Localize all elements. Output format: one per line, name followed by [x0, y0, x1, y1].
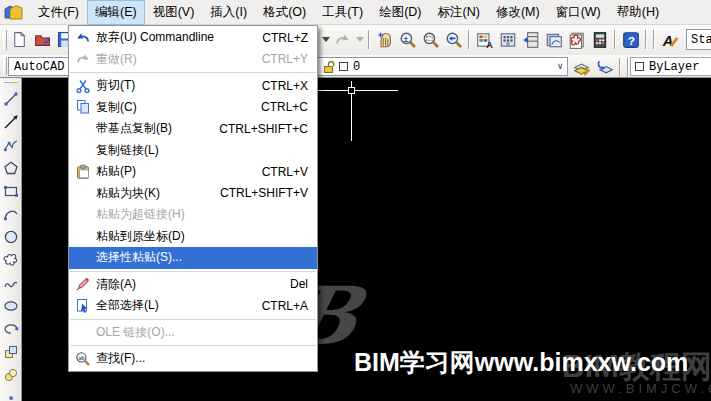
text-style-combo-value: Sta	[691, 33, 711, 47]
menu-separator	[70, 271, 316, 272]
menu-file[interactable]: 文件(F)	[30, 0, 87, 25]
quickcalc-icon[interactable]	[588, 28, 611, 51]
construction-line-icon[interactable]	[1, 110, 21, 133]
line-icon[interactable]	[1, 87, 21, 110]
copy-icon	[69, 99, 96, 115]
menu-item-label: 复制(C)	[96, 99, 261, 116]
select-all-icon	[69, 298, 96, 314]
toolbar-separator	[614, 30, 616, 49]
color-combo[interactable]: ByLayer	[630, 57, 711, 76]
crosshair-pickbox	[348, 87, 355, 94]
svg-text:±: ±	[403, 33, 408, 43]
menu-separator	[70, 72, 316, 73]
menu-help[interactable]: 帮助(H)	[609, 0, 667, 25]
menu-item-find[interactable]: ab 查找(F)...	[69, 348, 317, 370]
markup-set-manager-icon[interactable]	[565, 28, 588, 51]
menu-item-paste-as-hyperlink[interactable]: 粘贴为超链接(H)	[69, 204, 317, 226]
chevron-down-icon[interactable]: ∨	[554, 61, 567, 72]
properties-icon[interactable]: A	[473, 28, 496, 51]
zoom-realtime-icon[interactable]: ±	[396, 28, 419, 51]
layer-previous-icon[interactable]	[593, 56, 616, 79]
layer-combo[interactable]: 0 ∨	[300, 57, 568, 76]
find-icon: ab	[69, 351, 96, 367]
circle-icon[interactable]	[1, 225, 21, 248]
menu-item-undo[interactable]: 放弃(U) Commandline CTRL+Z	[69, 27, 317, 49]
menu-item-paste[interactable]: 粘贴(P) CTRL+V	[69, 161, 317, 183]
menu-item-shortcut: CTRL+A	[262, 299, 317, 313]
toolbar-grip[interactable]	[4, 81, 18, 83]
menu-item-copy-with-base-point[interactable]: 带基点复制(B) CTRL+SHIFT+C	[69, 118, 317, 140]
menu-item-shortcut: CTRL+V	[262, 165, 317, 179]
layer-color-swatch	[339, 62, 348, 71]
undo-dropdown-icon[interactable]	[320, 28, 331, 51]
layer-unlock-icon	[323, 60, 336, 74]
menu-draw[interactable]: 绘图(D)	[371, 0, 429, 25]
menu-format[interactable]: 格式(O)	[255, 0, 314, 25]
new-file-icon[interactable]	[8, 28, 31, 51]
revision-cloud-icon[interactable]	[1, 248, 21, 271]
menu-item-redo[interactable]: 重做(R) CTRL+Y	[69, 49, 317, 71]
sheetset-manager-icon[interactable]	[542, 28, 565, 51]
menu-bar: 文件(F) 编辑(E) 视图(V) 插入(I) 格式(O) 工具(T) 绘图(D…	[0, 0, 711, 25]
redo-dropdown-icon[interactable]	[354, 28, 365, 51]
menu-item-paste-as-block[interactable]: 粘贴为块(K) CTRL+SHIFT+V	[69, 183, 317, 205]
menu-item-label: 剪切(T)	[96, 77, 262, 94]
edit-dropdown-menu: 放弃(U) Commandline CTRL+Z 重做(R) CTRL+Y 剪切…	[68, 25, 318, 372]
zoom-window-icon[interactable]	[419, 28, 442, 51]
text-style-icon[interactable]: A	[658, 28, 681, 51]
ellipse-arc-icon[interactable]	[1, 317, 21, 340]
polygon-icon[interactable]	[1, 156, 21, 179]
zoom-previous-icon[interactable]	[442, 28, 465, 51]
svg-text:A: A	[486, 39, 493, 48]
menu-item-select-all[interactable]: 全部选择(L) CTRL+A	[69, 295, 317, 317]
menu-item-shortcut: CTRL+C	[261, 100, 317, 114]
svg-text:ab: ab	[78, 354, 84, 360]
arc-icon[interactable]	[1, 202, 21, 225]
app-icon	[4, 4, 24, 21]
menu-modify[interactable]: 修改(M)	[488, 0, 548, 25]
watermark-white-text: BIM学习网www.bimxxw.com	[354, 346, 688, 379]
open-file-icon[interactable]	[31, 28, 54, 51]
menu-tools[interactable]: 工具(T)	[314, 0, 371, 25]
redo-icon	[69, 51, 96, 67]
designcenter-icon[interactable]	[496, 28, 519, 51]
toolbar-grip[interactable]	[3, 30, 7, 50]
insert-block-icon[interactable]	[1, 340, 21, 363]
toolbar-grip[interactable]	[3, 57, 7, 75]
pan-icon[interactable]	[373, 28, 396, 51]
crosshair-horizontal	[318, 90, 398, 91]
color-combo-value: ByLayer	[649, 60, 699, 74]
toolbar-separator	[653, 30, 655, 49]
help-icon[interactable]: ?	[619, 28, 642, 51]
menu-item-erase[interactable]: 清除(A) Del	[69, 274, 317, 296]
menu-item-paste-special[interactable]: 选择性粘贴(S)...	[69, 247, 317, 269]
tool-palettes-icon[interactable]	[519, 28, 542, 51]
menu-window[interactable]: 窗口(W)	[548, 0, 609, 25]
text-style-combo[interactable]: Sta	[686, 29, 711, 50]
redo-icon[interactable]	[331, 28, 354, 51]
ellipse-icon[interactable]	[1, 294, 21, 317]
menu-item-copy[interactable]: 复制(C) CTRL+C	[69, 97, 317, 119]
menu-item-label: 选择性粘贴(S)...	[96, 249, 308, 266]
make-block-icon[interactable]	[1, 363, 21, 386]
toolbar-separator	[627, 58, 629, 77]
draw-toolbar	[0, 78, 22, 401]
menu-insert[interactable]: 插入(I)	[202, 0, 255, 25]
menu-item-ole-links[interactable]: OLE 链接(O)...	[69, 322, 317, 344]
polyline-icon[interactable]	[1, 133, 21, 156]
layer-combo-value: 0	[353, 60, 360, 74]
spline-icon[interactable]	[1, 271, 21, 294]
toolbar-separator	[645, 30, 647, 49]
menu-item-cut[interactable]: 剪切(T) CTRL+X	[69, 75, 317, 97]
rectangle-icon[interactable]	[1, 179, 21, 202]
point-icon[interactable]	[1, 386, 21, 401]
toolbar-separator	[468, 30, 470, 49]
menu-item-paste-to-original-coords[interactable]: 粘贴到原坐标(D)	[69, 226, 317, 248]
menu-view[interactable]: 视图(V)	[145, 0, 203, 25]
menu-dimension[interactable]: 标注(N)	[430, 0, 488, 25]
menu-item-label: 清除(A)	[96, 276, 290, 293]
make-object-layer-current-icon[interactable]	[570, 56, 593, 79]
menu-item-copy-link[interactable]: 复制链接(L)	[69, 140, 317, 162]
menu-item-label: 复制链接(L)	[96, 142, 308, 159]
menu-edit[interactable]: 编辑(E)	[87, 0, 145, 25]
